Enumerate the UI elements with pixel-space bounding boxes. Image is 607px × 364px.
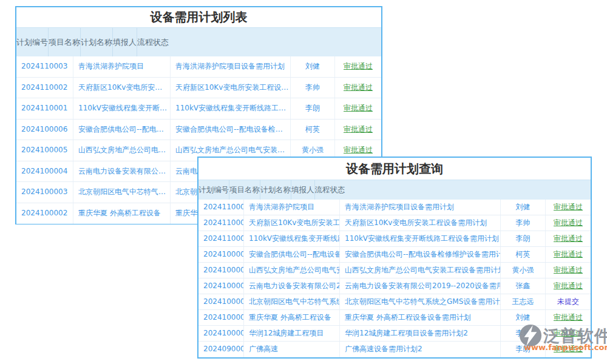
plan-name-cell[interactable]: 110kV安徽线程集变开断线路工程设备需用计划 <box>171 98 291 119</box>
plan-id-cell[interactable]: 2024110003 <box>198 200 244 215</box>
table-row[interactable]: 2024110003 青海洪湖养护院项目 青海洪湖养护院项目设备需用计划 刘健 … <box>16 56 381 78</box>
plan-id-cell[interactable]: 2024100004 <box>198 278 244 294</box>
plan-name-cell[interactable]: 安徽合肥供电公司--配电设备检修维护设备需用计划 <box>171 120 291 140</box>
table-row[interactable]: 2024110002 天府新区10Kv变电所安装工程 天府新区10Kv变电所安装… <box>198 215 591 231</box>
column-header: 计划编号 <box>198 180 229 200</box>
reporter-cell[interactable]: 王志远 <box>501 294 546 309</box>
plan-name-cell[interactable]: 广佛高速设备需用计划2 <box>340 342 501 357</box>
table-row[interactable]: 2024100004 云南电力设备安装有限公司2019--2020 云南电力设备… <box>198 278 591 294</box>
watermark-brand-text: 泛普软件 <box>543 328 607 344</box>
column-header: 项目名称 <box>229 180 260 200</box>
reporter-cell[interactable]: 张鑫 <box>501 278 546 294</box>
project-name-cell[interactable]: 天府新区10Kv变电所安装工程 <box>73 78 171 98</box>
table-row[interactable]: 2024100005 山西弘文房地产总公司电气安装工程 山西弘文房地产总公司电气… <box>198 263 591 278</box>
reporter-cell[interactable]: 黄小强 <box>501 263 546 278</box>
reporter-cell[interactable]: 李帅 <box>501 215 546 231</box>
plan-id-cell[interactable]: 2024110001 <box>16 98 73 119</box>
plan-id-cell[interactable]: 2024110001 <box>198 231 244 246</box>
table-row[interactable]: 2024100006 安徽合肥供电公司--配电设备检修维护 安徽合肥供电公司--… <box>198 247 591 263</box>
page: 设备需用计划列表 计划编号项目名称计划名称填报人流程状态 2024110003 … <box>0 0 607 364</box>
project-name-cell[interactable]: 安徽合肥供电公司--配电设备检修维护 <box>244 247 340 262</box>
project-name-cell[interactable]: 110kV安徽线程集变开断线路工程 <box>244 231 340 246</box>
project-name-cell[interactable]: 山西弘文房地产总公司电气安装工程 <box>244 263 340 278</box>
project-name-cell[interactable]: 安徽合肥供电公司--配电设备检修维护 <box>73 120 171 140</box>
plan-name-cell[interactable]: 华润12城房建工程项目设备需用计划2 <box>340 326 501 341</box>
plan-name-cell[interactable]: 青海洪湖养护院项目设备需用计划 <box>171 56 291 77</box>
project-name-cell[interactable]: 青海洪湖养护院项目 <box>73 56 171 77</box>
plan-id-cell[interactable]: 2024110002 <box>198 215 244 231</box>
plan-id-cell[interactable]: 2024100006 <box>16 120 73 140</box>
project-name-cell[interactable]: 重庆华夏 外高桥工程设备 <box>73 203 171 224</box>
list-window-title: 设备需用计划列表 <box>16 7 381 28</box>
project-name-cell[interactable]: 云南电力设备安装有限公司2019--2020 <box>244 278 340 294</box>
project-name-cell[interactable]: 青海洪湖养护院项目 <box>244 200 340 215</box>
plan-id-cell[interactable]: 2024100004 <box>16 161 73 182</box>
query-table-header-row: 计划编号项目名称计划名称填报人流程状态 <box>198 180 591 200</box>
plan-id-cell[interactable]: 2024100001 <box>198 326 244 341</box>
plan-name-cell[interactable]: 安徽合肥供电公司--配电设备检修维护设备需用计划 <box>340 247 501 262</box>
status-cell[interactable]: 未提交 <box>546 294 591 309</box>
column-header: 填报人 <box>113 28 137 56</box>
list-table-header-row: 计划编号项目名称计划名称填报人流程状态 <box>16 28 381 56</box>
status-cell[interactable]: 审批通过 <box>335 98 381 119</box>
table-row[interactable]: 2024110002 天府新区10Kv变电所安装工程 天府新区10Kv变电所安装… <box>16 78 381 99</box>
plan-name-cell[interactable]: 110kV安徽线程集变开断线路工程设备需用计划 <box>340 231 501 246</box>
watermark-url-text: www.fanpusoft.com <box>524 343 607 352</box>
status-cell[interactable]: 审批通过 <box>546 200 591 215</box>
query-window-title: 设备需用计划查询 <box>198 158 591 180</box>
status-cell[interactable]: 审批通过 <box>546 310 591 325</box>
status-cell[interactable]: 审批通过 <box>546 215 591 231</box>
reporter-cell[interactable]: 刘健 <box>501 200 546 215</box>
table-row[interactable]: 2024110001 110kV安徽线程集变开断线路工程 110kV安徽线程集变… <box>198 231 591 247</box>
reporter-cell[interactable]: 刘健 <box>291 56 335 77</box>
column-header: 填报人 <box>291 180 315 200</box>
status-cell[interactable]: 审批通过 <box>335 56 381 77</box>
plan-name-cell[interactable]: 天府新区10Kv变电所安装工程设备需用计划 <box>340 215 501 231</box>
plan-name-cell[interactable]: 北京朝阳区电气中芯特气系统之GMS设备需用计划 <box>340 294 501 309</box>
status-cell[interactable]: 审批通过 <box>546 247 591 262</box>
plan-id-cell[interactable]: 2024100006 <box>198 247 244 262</box>
plan-name-cell[interactable]: 天府新区10Kv变电所安装工程设备需用计划 <box>171 78 291 98</box>
plan-id-cell[interactable]: 2024100002 <box>198 310 244 325</box>
column-header: 项目名称 <box>49 28 81 56</box>
reporter-cell[interactable]: 李朗 <box>291 98 335 119</box>
column-header: 流程状态 <box>315 180 345 200</box>
watermark: 泛普软件 www.fanpusoft.com <box>519 324 607 352</box>
project-name-cell[interactable]: 华润12城房建工程项目 <box>244 326 340 341</box>
project-name-cell[interactable]: 重庆华夏 外高桥工程设备 <box>244 310 340 325</box>
column-header: 计划名称 <box>81 28 113 56</box>
plan-id-cell[interactable]: 2024100005 <box>16 140 73 161</box>
table-row[interactable]: 2024110001 110kV安徽线程集变开断线路工程 110kV安徽线程集变… <box>16 98 381 120</box>
status-cell[interactable]: 审批通过 <box>546 263 591 278</box>
plan-name-cell[interactable]: 重庆华夏 外高桥工程设备设备需用计划 <box>340 310 501 325</box>
plan-id-cell[interactable]: 2024100002 <box>16 203 73 224</box>
status-cell[interactable]: 审批通过 <box>335 78 381 98</box>
table-row[interactable]: 2024110003 青海洪湖养护院项目 青海洪湖养护院项目设备需用计划 刘健 … <box>198 200 591 215</box>
status-cell[interactable]: 审批通过 <box>546 231 591 246</box>
table-row[interactable]: 2024100003 北京朝阳区电气中芯特气系统之GMS 北京朝阳区电气中芯特气… <box>198 294 591 310</box>
plan-name-cell[interactable]: 山西弘文房地产总公司电气安装工程设备需用计划 <box>340 263 501 278</box>
plan-id-cell[interactable]: 2024110003 <box>16 56 73 77</box>
project-name-cell[interactable]: 天府新区10Kv变电所安装工程 <box>244 215 340 231</box>
status-cell[interactable]: 审批通过 <box>335 120 381 140</box>
table-row[interactable]: 2024100006 安徽合肥供电公司--配电设备检修维护 安徽合肥供电公司--… <box>16 120 381 141</box>
project-name-cell[interactable]: 云南电力设备安装有限公司2019--2020 <box>73 161 171 182</box>
plan-id-cell[interactable]: 2024100005 <box>198 263 244 278</box>
project-name-cell[interactable]: 山西弘文房地产总公司电气安装工程 <box>73 140 171 161</box>
project-name-cell[interactable]: 北京朝阳区电气中芯特气系统之GMS <box>244 294 340 309</box>
reporter-cell[interactable]: 柯英 <box>501 247 546 262</box>
project-name-cell[interactable]: 广佛高速 <box>244 342 340 357</box>
reporter-cell[interactable]: 柯英 <box>291 120 335 140</box>
reporter-cell[interactable]: 李朗 <box>501 231 546 246</box>
plan-name-cell[interactable]: 云南电力设备安装有限公司2019--2020设备需用计划 <box>340 278 501 294</box>
plan-id-cell[interactable]: 2024110002 <box>16 78 73 98</box>
plan-name-cell[interactable]: 青海洪湖养护院项目设备需用计划 <box>340 200 501 215</box>
status-cell[interactable]: 审批通过 <box>546 278 591 294</box>
plan-id-cell[interactable]: 2024100003 <box>198 294 244 309</box>
plan-id-cell[interactable]: 2024100003 <box>16 182 73 203</box>
project-name-cell[interactable]: 110kV安徽线程集变开断线路工程 <box>73 98 171 119</box>
project-name-cell[interactable]: 北京朝阳区电气中芯特气系统之GMS <box>73 182 171 203</box>
plan-id-cell[interactable]: 2024090003 <box>198 342 244 357</box>
reporter-cell[interactable]: 刘健 <box>501 310 546 325</box>
reporter-cell[interactable]: 李帅 <box>291 78 335 98</box>
